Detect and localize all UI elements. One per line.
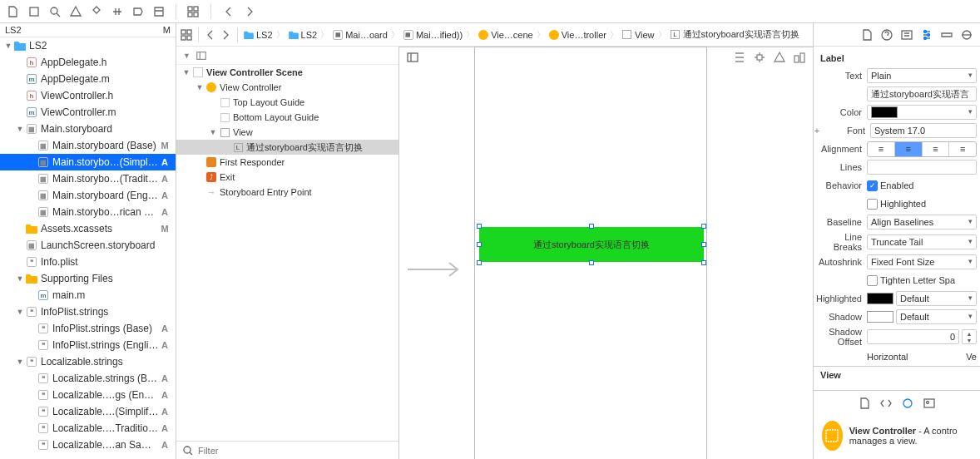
nav-item[interactable]: hAppDelegate.h (0, 54, 176, 71)
tighten-checkbox[interactable] (867, 275, 878, 286)
interface-builder-canvas[interactable]: 通过storyboard实现语言切换 w Any h Any (399, 47, 813, 459)
resize-handle[interactable] (589, 260, 594, 265)
nav-item[interactable]: mmain.m (0, 287, 176, 304)
nav-item[interactable]: ▦Main.storyboard (Base)M (0, 137, 176, 154)
nav-item[interactable]: ▦Main.storybo…rican Samoa))A (0, 204, 176, 220)
linebreaks-dropdown[interactable]: Truncate Tail (867, 234, 977, 249)
nav-item[interactable]: ▼LS2 (0, 37, 176, 54)
outline-toggle-icon[interactable] (406, 51, 419, 64)
nav-item[interactable]: ▼Supporting Files (0, 270, 176, 287)
outline-item[interactable]: ▼View Controller Scene (176, 65, 398, 80)
resolve-icon[interactable] (773, 51, 786, 64)
pin-icon[interactable] (753, 51, 766, 64)
breadcrumb-item[interactable]: View (621, 29, 655, 41)
nav-item[interactable]: Assets.xcassetsM (0, 220, 176, 237)
nav-item[interactable]: ❝Localizable.…an Samoa))A (0, 437, 176, 453)
inspector-tabs[interactable] (814, 23, 980, 47)
nav-item[interactable]: ▼❝InfoPlist.strings (0, 304, 176, 320)
nav-item[interactable]: mViewController.m (0, 104, 176, 121)
lines-field[interactable] (867, 160, 977, 175)
outline-item[interactable]: ▼View Controller (176, 80, 398, 95)
nav-files-icon[interactable] (7, 5, 20, 18)
nav-debug-icon[interactable] (111, 5, 124, 18)
outline-item[interactable]: Bottom Layout Guide (176, 110, 398, 125)
outline-item[interactable]: ⤴Exit (176, 170, 398, 185)
highlighted-swatch[interactable] (867, 293, 893, 304)
shadow-dropdown[interactable]: Default (896, 309, 977, 324)
enabled-checkbox[interactable]: ✓ (867, 180, 878, 191)
outline-item[interactable]: →Storyboard Entry Point (176, 185, 398, 200)
nav-item[interactable]: ❝Info.plist (0, 254, 176, 270)
nav-item[interactable]: ❝Localizable.strings (Base)A (0, 370, 176, 387)
outline-item[interactable]: Top Layout Guide (176, 95, 398, 110)
resize-handle[interactable] (477, 242, 482, 247)
nav-item[interactable]: ❝Localizable.…gs (English)A (0, 387, 176, 403)
outline-item[interactable]: First Responder (176, 155, 398, 170)
breadcrumb-item[interactable]: ▦Mai…oard (332, 29, 388, 41)
color-dropdown[interactable] (867, 105, 977, 120)
help-inspector-icon[interactable] (880, 28, 893, 42)
shadow-offset-field[interactable]: 0 (867, 329, 959, 344)
nav-symbol-icon[interactable] (27, 5, 41, 18)
nav-item[interactable]: ▼❝Localizable.strings (0, 353, 176, 370)
resize-handle[interactable] (589, 224, 594, 229)
attributes-inspector-icon[interactable] (920, 28, 933, 42)
resize-handle[interactable] (477, 224, 482, 229)
media-library-icon[interactable] (923, 397, 936, 410)
breadcrumb-item[interactable]: Vie…troller (548, 29, 606, 41)
autoshrink-dropdown[interactable]: Fixed Font Size (867, 254, 977, 269)
text-type-dropdown[interactable]: Plain (867, 68, 977, 83)
code-snippet-icon[interactable] (879, 397, 893, 410)
highlighted-dropdown[interactable]: Default (896, 291, 977, 306)
nav-item[interactable]: ▦Main.storybo…(Simplified))A (0, 154, 176, 170)
outline-item[interactable]: L通过storyboard实现语言切换 (176, 140, 398, 155)
view-controller-canvas[interactable]: 通过storyboard实现语言切换 (474, 47, 707, 459)
nav-item[interactable]: mAppDelegate.m (0, 71, 176, 87)
font-field[interactable]: System 17.0 (870, 123, 977, 138)
highlighted-checkbox[interactable] (867, 199, 878, 210)
nav-report-icon[interactable] (152, 5, 166, 18)
forward-icon[interactable] (243, 5, 256, 18)
shadow-offset-stepper[interactable]: ▲▼ (962, 329, 977, 344)
text-content-field[interactable]: 通过storyboard实现语言 (867, 86, 977, 101)
identity-inspector-icon[interactable] (900, 28, 913, 42)
nav-item[interactable]: ❝InfoPlist.strings (Base)A (0, 320, 176, 337)
size-inspector-icon[interactable] (940, 28, 953, 42)
nav-item[interactable]: ▦Main.storybo…(Traditional))A (0, 170, 176, 187)
resize-handle[interactable] (701, 260, 706, 265)
related-items-icon[interactable] (186, 5, 200, 18)
back-icon[interactable] (222, 5, 235, 18)
file-template-icon[interactable] (858, 397, 871, 410)
resize-handle[interactable] (701, 224, 706, 229)
alignment-segmented[interactable]: ≡≡≡≡ (867, 141, 977, 157)
nav-item[interactable]: ▦Main.storyboard (English)A (0, 187, 176, 204)
nav-item[interactable]: ▼▦Main.storyboard (0, 121, 176, 137)
baseline-dropdown[interactable]: Align Baselines (867, 215, 977, 230)
object-library-icon[interactable] (901, 397, 914, 410)
breadcrumb-item[interactable]: Vie…cene (478, 29, 533, 41)
resize-handle[interactable] (477, 260, 482, 265)
resize-handle[interactable] (701, 242, 706, 247)
nav-issue-icon[interactable] (69, 5, 82, 18)
back-icon[interactable] (204, 28, 217, 42)
forward-icon[interactable] (219, 28, 232, 42)
nav-item[interactable]: ▦LaunchScreen.storyboard (0, 237, 176, 254)
filter-input[interactable] (198, 446, 393, 456)
connections-inspector-icon[interactable] (960, 28, 973, 42)
outline-filter[interactable] (176, 441, 398, 459)
breadcrumb-item[interactable]: LS2 (288, 29, 318, 41)
nav-search-icon[interactable] (48, 5, 62, 18)
nav-test-icon[interactable] (90, 5, 103, 18)
align-icon[interactable] (733, 51, 746, 64)
resize-icon[interactable] (793, 51, 806, 64)
jump-bar[interactable]: LS2〉LS2〉▦Mai…oard〉▦Mai…ified))〉Vie…cene〉… (176, 23, 813, 47)
outline-item[interactable]: ▼View (176, 125, 398, 140)
related-icon[interactable] (180, 28, 193, 42)
library-item[interactable]: View Controller - A contro manages a vie… (817, 416, 977, 456)
nav-item[interactable]: ❝Localizable.…(Simplified))A (0, 403, 176, 420)
nav-break-icon[interactable] (131, 5, 145, 18)
shadow-swatch[interactable] (867, 311, 893, 323)
label-element[interactable]: 通过storyboard实现语言切换 (479, 227, 704, 262)
breadcrumb-item[interactable]: L通过storyboard实现语言切换 (670, 28, 799, 41)
file-inspector-icon[interactable] (860, 28, 874, 42)
